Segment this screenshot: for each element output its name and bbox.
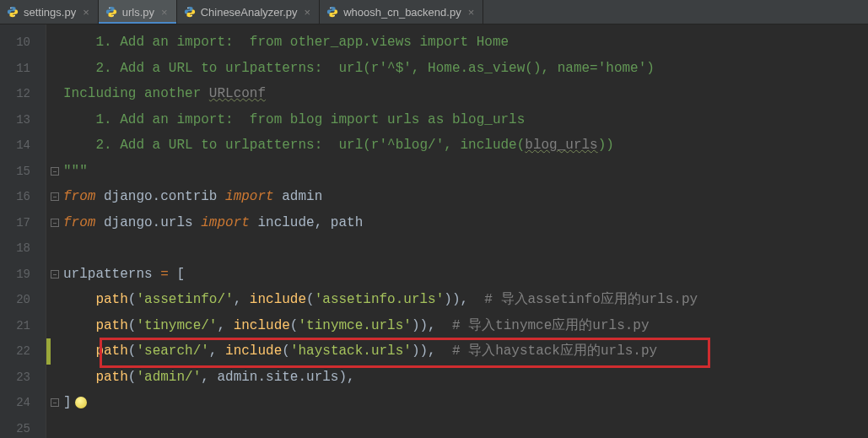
close-icon[interactable]: × [468,6,475,19]
svg-point-6 [330,8,331,8]
line-number: 19 [0,262,46,288]
python-icon [7,6,19,18]
python-icon [326,6,338,18]
tab-urls[interactable]: urls.py × [99,0,177,24]
intention-bulb-icon[interactable] [75,397,87,408]
docstring: 1. Add an import: from other_app.views i… [63,35,509,50]
svg-point-1 [14,15,15,16]
docstring: Including another [63,86,209,101]
tab-label: urls.py [122,6,154,19]
tab-whoosh-backend[interactable]: whoosh_cn_backend.py × [320,0,483,24]
code-line: path('tinymce/', include('tinymce.urls')… [63,313,868,339]
code-line: ] [63,390,868,416]
line-number: 18 [0,235,46,262]
code-line: urlpatterns = [ [63,262,868,288]
tab-label: settings.py [24,6,76,19]
docstring: 2. Add a URL to urlpatterns: url(r'^blog… [63,138,525,153]
close-icon[interactable]: × [161,6,168,19]
docstring: URLconf [209,86,266,101]
line-number: 17 [0,210,46,236]
docstring-end: """ [63,164,88,179]
svg-point-3 [112,15,113,16]
line-number: 12 [0,81,46,107]
python-icon [184,6,196,18]
modified-marker [46,338,51,365]
tab-label: ChineseAnalyzer.py [201,6,298,19]
code-line [63,235,868,262]
docstring: 1. Add an import: from blog import urls … [63,112,525,127]
code-line: path('admin/', admin.site.urls), [63,365,868,391]
svg-point-2 [109,8,110,8]
line-number: 24 [0,390,46,416]
code-line: path('assetinfo/', include('assetinfo.ur… [63,287,868,313]
editor: 10 11 12 13 14 15 16 17 18 19 20 21 22 2… [0,24,868,438]
svg-point-7 [334,15,335,16]
fold-column [46,24,63,438]
code-line [63,416,868,439]
close-icon[interactable]: × [305,6,311,19]
line-number: 23 [0,365,46,391]
line-number: 22 [0,338,46,365]
line-number: 14 [0,132,46,159]
code-line: from django.urls import include, path [63,210,868,236]
line-number: 15 [0,159,46,185]
line-number: 10 [0,30,46,56]
svg-point-0 [10,8,11,8]
code-line: path('search/', include('haystack.urls')… [63,338,868,365]
docstring: blog_urls [525,138,597,153]
docstring: )) [598,138,614,153]
docstring: 2. Add a URL to urlpatterns: url(r'^$', … [63,61,655,76]
tab-bar: settings.py × urls.py × ChineseAnalyzer.… [0,0,868,24]
gutter: 10 11 12 13 14 15 16 17 18 19 20 21 22 2… [0,24,46,438]
line-number: 13 [0,107,46,133]
fold-icon[interactable] [51,219,59,227]
line-number: 16 [0,184,46,210]
line-number: 21 [0,313,46,339]
tab-settings[interactable]: settings.py × [0,0,99,24]
line-number: 25 [0,416,46,439]
fold-icon[interactable] [51,167,59,176]
python-icon [105,6,117,18]
fold-icon[interactable] [51,192,59,201]
tab-label: whoosh_cn_backend.py [343,6,461,19]
fold-icon[interactable] [51,270,59,278]
line-number: 11 [0,56,46,82]
line-number: 20 [0,287,46,313]
svg-point-5 [191,15,191,16]
code-line: from django.contrib import admin [63,184,868,210]
fold-icon[interactable] [51,398,59,407]
tab-chinese-analyzer[interactable]: ChineseAnalyzer.py × [177,0,321,24]
svg-point-4 [187,8,188,8]
close-icon[interactable]: × [83,6,89,19]
code-area[interactable]: 1. Add an import: from other_app.views i… [63,24,868,438]
